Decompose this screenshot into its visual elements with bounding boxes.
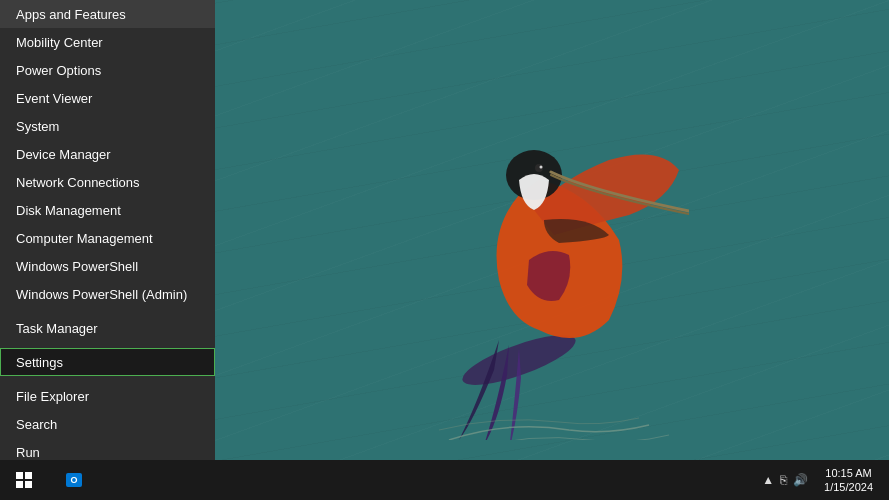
system-tray: ▲ ⎘ 🔊: [762, 473, 816, 487]
menu-item-label-computer-management: Computer Management: [16, 231, 153, 246]
menu-item-disk-management[interactable]: Disk Management: [0, 196, 215, 224]
svg-rect-5: [25, 472, 32, 479]
menu-item-device-manager[interactable]: Device Manager: [0, 140, 215, 168]
taskbar: O ▲ ⎘ 🔊 10:15 AM 1/15/2024: [0, 460, 889, 500]
menu-item-mobility-center[interactable]: Mobility Center: [0, 28, 215, 56]
chevron-up-icon[interactable]: ▲: [762, 473, 774, 487]
menu-item-computer-management[interactable]: Computer Management: [0, 224, 215, 252]
clock-date: 1/15/2024: [824, 480, 873, 494]
menu-item-label-powershell-admin: Windows PowerShell (Admin): [16, 287, 187, 302]
menu-item-label-event-viewer: Event Viewer: [16, 91, 92, 106]
menu-item-label-network-connections: Network Connections: [16, 175, 140, 190]
clock-time: 10:15 AM: [824, 466, 873, 480]
menu-item-event-viewer[interactable]: Event Viewer: [0, 84, 215, 112]
menu-item-label-search: Search: [16, 417, 57, 432]
menu-item-powershell-admin[interactable]: Windows PowerShell (Admin): [0, 280, 215, 308]
menu-item-label-power-options: Power Options: [16, 63, 101, 78]
menu-item-powershell[interactable]: Windows PowerShell: [0, 252, 215, 280]
menu-item-settings[interactable]: Settings: [0, 348, 215, 376]
clock[interactable]: 10:15 AM 1/15/2024: [816, 466, 881, 495]
windows-icon: [16, 472, 32, 488]
menu-item-label-device-manager: Device Manager: [16, 147, 111, 162]
menu-item-label-run: Run: [16, 445, 40, 460]
menu-item-label-powershell: Windows PowerShell: [16, 259, 138, 274]
menu-item-network-connections[interactable]: Network Connections: [0, 168, 215, 196]
menu-item-label-system: System: [16, 119, 59, 134]
menu-item-system[interactable]: System: [0, 112, 215, 140]
menu-item-label-apps-features: Apps and Features: [16, 7, 126, 22]
menu-item-task-manager[interactable]: Task Manager: [0, 314, 215, 342]
menu-item-label-disk-management: Disk Management: [16, 203, 121, 218]
network-icon: ⎘: [780, 473, 787, 487]
menu-item-label-task-manager: Task Manager: [16, 321, 98, 336]
menu-item-search[interactable]: Search: [0, 410, 215, 438]
outlook-taskbar-icon[interactable]: O: [52, 460, 96, 500]
menu-item-label-mobility-center: Mobility Center: [16, 35, 103, 50]
menu-item-label-file-explorer: File Explorer: [16, 389, 89, 404]
svg-rect-6: [16, 481, 23, 488]
svg-text:O: O: [70, 475, 77, 485]
context-menu: Apps and FeaturesMobility CenterPower Op…: [0, 0, 215, 500]
taskbar-items: O: [48, 460, 762, 500]
desktop: Apps and FeaturesMobility CenterPower Op…: [0, 0, 889, 500]
menu-item-label-settings: Settings: [16, 355, 63, 370]
menu-item-apps-features[interactable]: Apps and Features: [0, 0, 215, 28]
menu-item-power-options[interactable]: Power Options: [0, 56, 215, 84]
svg-rect-4: [16, 472, 23, 479]
svg-rect-7: [25, 481, 32, 488]
svg-point-3: [540, 166, 543, 169]
volume-icon: 🔊: [793, 473, 808, 487]
menu-item-file-explorer[interactable]: File Explorer: [0, 382, 215, 410]
bird-illustration: [389, 60, 689, 440]
start-button[interactable]: [0, 460, 48, 500]
